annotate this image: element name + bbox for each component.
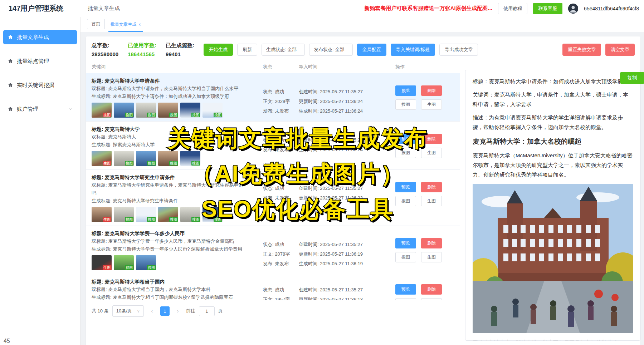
article-table: 关键词 状态 导入时间 操作 标题: 麦克马斯特大学申请条件 双标题: 麦克马斯…: [86, 61, 460, 300]
clear-articles-button[interactable]: 清空文章: [605, 44, 635, 56]
article-thumbnail[interactable]: 搜图: [114, 151, 134, 166]
stat-label: 总字数:: [92, 42, 118, 49]
article-thumbnail[interactable]: 搜图: [136, 151, 156, 166]
row-publish-status: 发布: 未发布: [263, 106, 299, 116]
search-image-badge: 搜图: [169, 217, 178, 222]
table-row[interactable]: 标题: 麦克马斯特大学 双标题: 麦克马斯特大 生成标题: 探索麦克马斯特大学 …: [86, 121, 460, 169]
search-image-button[interactable]: 搜图: [395, 196, 416, 206]
sidebar-item-keyword-mining[interactable]: 实时关键词挖掘: [3, 78, 77, 92]
preview-button[interactable]: 预览: [395, 134, 416, 144]
import-keywords-button[interactable]: 导入关键词/标题: [391, 44, 435, 56]
generate-image-button[interactable]: 生图: [421, 298, 442, 300]
search-image-badge: 搜图: [147, 265, 156, 270]
sidebar-item-batch-article[interactable]: 批量文章生成: [3, 30, 77, 44]
search-image-badge: 搜图: [214, 113, 222, 117]
sidebar-item-account[interactable]: 账户管理: [3, 102, 77, 116]
copy-button[interactable]: 复制: [620, 72, 644, 84]
search-image-button[interactable]: 搜图: [395, 252, 416, 262]
delete-button[interactable]: 删除: [421, 182, 442, 192]
article-thumbnail[interactable]: 搜图: [203, 103, 223, 118]
article-thumbnail[interactable]: 生图: [92, 151, 112, 166]
article-thumbnail[interactable]: 搜图: [158, 207, 178, 222]
article-thumbnail[interactable]: 搜图: [158, 151, 178, 166]
goto-page-input[interactable]: [199, 306, 215, 316]
article-title: 标题: 麦克马斯特大学学费一年多少人民币: [92, 230, 259, 237]
row-created-time: 创建时间: 2025-05-27 11:35:27: [299, 135, 395, 145]
tab-batch-article[interactable]: 批量文章生成 ×: [108, 20, 143, 32]
generate-status-select[interactable]: 生成状态: 全部: [262, 44, 305, 56]
article-thumbnail[interactable]: 搜图: [114, 207, 134, 222]
delete-button[interactable]: 删除: [421, 284, 442, 295]
generate-image-button[interactable]: 生图: [421, 148, 442, 158]
column-header-time: 导入时间: [299, 64, 395, 70]
thumbnail-strip: 生图 搜图 搜图 搜图 搜图 搜图: [92, 207, 259, 222]
column-header-action: 操作: [395, 64, 460, 70]
generate-image-button[interactable]: 生图: [421, 99, 442, 110]
table-row[interactable]: 标题: 麦克马斯特大学申请条件 双标题: 麦克马斯特大学申请条件，麦克马斯特大学…: [86, 73, 460, 121]
sidebar-item-batch-site[interactable]: 批量站点管理: [3, 54, 77, 68]
refresh-button[interactable]: 刷新: [237, 44, 257, 56]
stat-label: 已使用字数:: [128, 42, 156, 49]
article-thumbnail[interactable]: 搜图: [136, 207, 156, 222]
preview-button[interactable]: 预览: [395, 238, 416, 248]
app-title: 147用户管理系统: [0, 4, 80, 13]
search-image-button[interactable]: 搜图: [395, 148, 416, 158]
article-thumbnail[interactable]: 搜图: [203, 207, 223, 222]
reset-failed-button[interactable]: 重置失败文章: [562, 44, 601, 56]
contact-support-button[interactable]: 联系客服: [533, 3, 562, 14]
row-updated-time: 更新时间: 2025-05-27 11:36:23: [299, 193, 395, 203]
delete-button[interactable]: 删除: [421, 85, 442, 96]
tutorial-button[interactable]: 使用教程: [498, 3, 527, 14]
article-thumbnail[interactable]: 搜图: [180, 151, 200, 166]
article-generated-title: 生成标题: 麦克马斯特大学学费一年多少人民币? 深度解析加拿大留学费用: [92, 245, 248, 253]
article-thumbnail[interactable]: 搜图: [180, 207, 200, 222]
article-thumbnail[interactable]: 搜图: [136, 103, 156, 118]
search-image-button[interactable]: 搜图: [395, 298, 416, 300]
sidebar-item-label: 批量文章生成: [17, 34, 49, 41]
export-success-button[interactable]: 导出成功文章: [439, 44, 478, 56]
current-page-button[interactable]: 1: [160, 306, 170, 316]
page-size-select[interactable]: 10条/页 ∨: [112, 305, 144, 317]
preview-button[interactable]: 预览: [395, 284, 416, 295]
user-id[interactable]: 65e4811dfb644f690f4cf8: [584, 6, 639, 11]
preview-button[interactable]: 预览: [395, 85, 416, 96]
preview-button[interactable]: 预览: [395, 182, 416, 192]
search-image-button[interactable]: 搜图: [395, 99, 416, 110]
article-title: 标题: 麦克马斯特大学: [92, 125, 259, 133]
prev-page-button[interactable]: ‹: [147, 306, 157, 316]
stat-value: 282580000: [92, 51, 118, 57]
global-config-button[interactable]: 全局配置: [357, 44, 386, 56]
article-thumbnail[interactable]: 生图: [92, 103, 112, 118]
article-thumbnail[interactable]: 搜图: [180, 103, 200, 118]
search-image-badge: 搜图: [147, 161, 156, 166]
home-icon: [8, 34, 13, 40]
stat-value: 99401: [166, 51, 194, 57]
next-page-button[interactable]: ›: [173, 306, 182, 316]
row-wordcount: 正文: 1957字: [263, 295, 299, 300]
publish-status-select[interactable]: 发布状态: 全部: [309, 44, 352, 56]
table-row[interactable]: 标题: 麦克马斯特大学学费一年多少人民币 双标题: 麦克马斯特大学学费一年多少人…: [86, 226, 460, 274]
sidebar-item-label: 批量站点管理: [17, 58, 49, 65]
article-thumbnail[interactable]: 搜图: [136, 255, 156, 270]
article-thumbnail[interactable]: 搜图: [158, 103, 178, 118]
table-header: 关键词 状态 导入时间 操作: [86, 61, 460, 73]
article-thumbnail[interactable]: 搜图: [114, 255, 134, 270]
delete-button[interactable]: 删除: [421, 134, 442, 144]
sidebar-item-label: 账户管理: [17, 106, 38, 113]
generate-image-button[interactable]: 生图: [421, 252, 442, 262]
delete-button[interactable]: 删除: [421, 238, 442, 248]
stat-total-words: 总字数: 282580000: [92, 42, 118, 57]
start-generate-button[interactable]: 开始生成: [204, 44, 233, 56]
table-row[interactable]: 标题: 麦克马斯特大学研究生申请条件 双标题: 麦克马斯特大学研究生申请条件，麦…: [86, 169, 460, 226]
article-thumbnail[interactable]: 搜图: [114, 103, 134, 118]
tab-home[interactable]: 首页: [87, 19, 105, 29]
article-dual-title: 双标题: 麦克马斯特大: [92, 133, 248, 141]
article-generated-title: 生成标题: 麦克马斯特大学研究生申请条件: [92, 197, 248, 205]
article-thumbnail[interactable]: 生图: [92, 255, 112, 270]
close-icon[interactable]: ×: [138, 22, 141, 27]
thumbnail-strip: 生图 搜图 搜图: [92, 255, 259, 270]
generate-image-button[interactable]: 生图: [421, 196, 442, 206]
article-thumbnail[interactable]: 生图: [92, 207, 112, 222]
table-row[interactable]: 标题: 麦克马斯特大学相当于国内 双标题: 麦克马斯特大学相当于国内，麦克马斯特…: [86, 274, 460, 300]
user-avatar[interactable]: [568, 4, 578, 14]
